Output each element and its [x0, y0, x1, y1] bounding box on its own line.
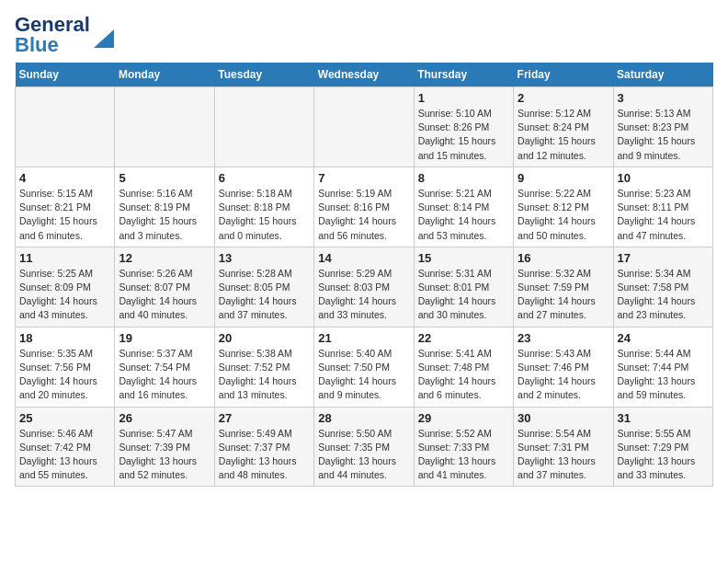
- cell-day-number: 3: [618, 91, 709, 105]
- cell-day-number: 5: [119, 171, 210, 185]
- calendar-cell: 12Sunrise: 5:26 AMSunset: 8:07 PMDayligh…: [115, 247, 214, 327]
- calendar-cell: 17Sunrise: 5:34 AMSunset: 7:58 PMDayligh…: [613, 247, 712, 327]
- cell-day-number: 9: [518, 171, 609, 185]
- logo: GeneralBlue: [15, 15, 114, 55]
- cell-info-text: Sunrise: 5:16 AMSunset: 8:19 PMDaylight:…: [119, 187, 210, 243]
- cell-info-text: Sunrise: 5:54 AMSunset: 7:31 PMDaylight:…: [518, 427, 609, 483]
- cell-day-number: 4: [19, 171, 110, 185]
- cell-day-number: 30: [518, 411, 609, 425]
- cell-day-number: 19: [119, 331, 210, 345]
- calendar-cell: 5Sunrise: 5:16 AMSunset: 8:19 PMDaylight…: [115, 167, 214, 247]
- calendar-cell: 3Sunrise: 5:13 AMSunset: 8:23 PMDaylight…: [613, 87, 712, 167]
- calendar-cell: [314, 87, 414, 167]
- week-row-2: 4Sunrise: 5:15 AMSunset: 8:21 PMDaylight…: [16, 167, 713, 247]
- calendar-cell: 7Sunrise: 5:19 AMSunset: 8:16 PMDaylight…: [314, 167, 414, 247]
- cell-day-number: 10: [618, 171, 709, 185]
- cell-info-text: Sunrise: 5:52 AMSunset: 7:33 PMDaylight:…: [418, 427, 509, 483]
- cell-info-text: Sunrise: 5:50 AMSunset: 7:35 PMDaylight:…: [318, 427, 409, 483]
- cell-day-number: 28: [318, 411, 409, 425]
- cell-day-number: 11: [19, 251, 110, 265]
- logo-text: GeneralBlue: [15, 15, 90, 55]
- cell-info-text: Sunrise: 5:49 AMSunset: 7:37 PMDaylight:…: [219, 427, 310, 483]
- cell-info-text: Sunrise: 5:12 AMSunset: 8:24 PMDaylight:…: [518, 107, 609, 163]
- weekday-header-monday: Monday: [115, 63, 214, 87]
- cell-info-text: Sunrise: 5:28 AMSunset: 8:05 PMDaylight:…: [219, 267, 310, 323]
- cell-info-text: Sunrise: 5:37 AMSunset: 7:54 PMDaylight:…: [119, 347, 210, 403]
- cell-info-text: Sunrise: 5:35 AMSunset: 7:56 PMDaylight:…: [19, 347, 110, 403]
- calendar-cell: 20Sunrise: 5:38 AMSunset: 7:52 PMDayligh…: [214, 327, 313, 407]
- cell-day-number: 20: [219, 331, 310, 345]
- cell-day-number: 7: [318, 171, 409, 185]
- cell-day-number: 1: [418, 91, 509, 105]
- week-row-3: 11Sunrise: 5:25 AMSunset: 8:09 PMDayligh…: [16, 247, 713, 327]
- logo-arrow-icon: [94, 29, 114, 48]
- cell-day-number: 22: [418, 331, 509, 345]
- cell-day-number: 18: [19, 331, 110, 345]
- calendar-cell: 2Sunrise: 5:12 AMSunset: 8:24 PMDaylight…: [514, 87, 613, 167]
- cell-info-text: Sunrise: 5:29 AMSunset: 8:03 PMDaylight:…: [318, 267, 409, 323]
- calendar-cell: 11Sunrise: 5:25 AMSunset: 8:09 PMDayligh…: [16, 247, 115, 327]
- cell-day-number: 15: [418, 251, 509, 265]
- calendar-cell: [115, 87, 214, 167]
- cell-day-number: 29: [418, 411, 509, 425]
- calendar-cell: 26Sunrise: 5:47 AMSunset: 7:39 PMDayligh…: [115, 407, 214, 487]
- calendar-cell: 30Sunrise: 5:54 AMSunset: 7:31 PMDayligh…: [514, 407, 613, 487]
- calendar-cell: 1Sunrise: 5:10 AMSunset: 8:26 PMDaylight…: [414, 87, 513, 167]
- cell-info-text: Sunrise: 5:21 AMSunset: 8:14 PMDaylight:…: [418, 187, 509, 243]
- calendar-cell: 24Sunrise: 5:44 AMSunset: 7:44 PMDayligh…: [613, 327, 712, 407]
- cell-info-text: Sunrise: 5:25 AMSunset: 8:09 PMDaylight:…: [19, 267, 110, 323]
- weekday-header-tuesday: Tuesday: [214, 63, 313, 87]
- cell-day-number: 2: [518, 91, 609, 105]
- calendar-cell: 10Sunrise: 5:23 AMSunset: 8:11 PMDayligh…: [613, 167, 712, 247]
- cell-day-number: 16: [518, 251, 609, 265]
- cell-day-number: 25: [19, 411, 110, 425]
- calendar-cell: 25Sunrise: 5:46 AMSunset: 7:42 PMDayligh…: [16, 407, 115, 487]
- calendar-cell: 31Sunrise: 5:55 AMSunset: 7:29 PMDayligh…: [613, 407, 712, 487]
- calendar-cell: 27Sunrise: 5:49 AMSunset: 7:37 PMDayligh…: [214, 407, 313, 487]
- weekday-header-sunday: Sunday: [16, 63, 115, 87]
- cell-day-number: 24: [618, 331, 709, 345]
- cell-day-number: 21: [318, 331, 409, 345]
- cell-day-number: 17: [618, 251, 709, 265]
- weekday-header-saturday: Saturday: [613, 63, 712, 87]
- cell-info-text: Sunrise: 5:55 AMSunset: 7:29 PMDaylight:…: [618, 427, 709, 483]
- week-row-4: 18Sunrise: 5:35 AMSunset: 7:56 PMDayligh…: [16, 327, 713, 407]
- calendar-cell: 15Sunrise: 5:31 AMSunset: 8:01 PMDayligh…: [414, 247, 513, 327]
- cell-info-text: Sunrise: 5:38 AMSunset: 7:52 PMDaylight:…: [219, 347, 310, 403]
- week-row-1: 1Sunrise: 5:10 AMSunset: 8:26 PMDaylight…: [16, 87, 713, 167]
- cell-info-text: Sunrise: 5:32 AMSunset: 7:59 PMDaylight:…: [518, 267, 609, 323]
- cell-info-text: Sunrise: 5:19 AMSunset: 8:16 PMDaylight:…: [318, 187, 409, 243]
- cell-day-number: 6: [219, 171, 310, 185]
- calendar-cell: 16Sunrise: 5:32 AMSunset: 7:59 PMDayligh…: [514, 247, 613, 327]
- cell-info-text: Sunrise: 5:15 AMSunset: 8:21 PMDaylight:…: [19, 187, 110, 243]
- cell-info-text: Sunrise: 5:41 AMSunset: 7:48 PMDaylight:…: [418, 347, 509, 403]
- calendar-cell: 29Sunrise: 5:52 AMSunset: 7:33 PMDayligh…: [414, 407, 513, 487]
- calendar-table: SundayMondayTuesdayWednesdayThursdayFrid…: [15, 63, 713, 487]
- cell-day-number: 14: [318, 251, 409, 265]
- calendar-cell: 19Sunrise: 5:37 AMSunset: 7:54 PMDayligh…: [115, 327, 214, 407]
- cell-day-number: 23: [518, 331, 609, 345]
- week-row-5: 25Sunrise: 5:46 AMSunset: 7:42 PMDayligh…: [16, 407, 713, 487]
- cell-info-text: Sunrise: 5:43 AMSunset: 7:46 PMDaylight:…: [518, 347, 609, 403]
- weekday-header-friday: Friday: [514, 63, 613, 87]
- calendar-cell: 4Sunrise: 5:15 AMSunset: 8:21 PMDaylight…: [16, 167, 115, 247]
- cell-info-text: Sunrise: 5:26 AMSunset: 8:07 PMDaylight:…: [119, 267, 210, 323]
- calendar-cell: 9Sunrise: 5:22 AMSunset: 8:12 PMDaylight…: [514, 167, 613, 247]
- cell-info-text: Sunrise: 5:10 AMSunset: 8:26 PMDaylight:…: [418, 107, 509, 163]
- cell-info-text: Sunrise: 5:23 AMSunset: 8:11 PMDaylight:…: [618, 187, 709, 243]
- cell-info-text: Sunrise: 5:46 AMSunset: 7:42 PMDaylight:…: [19, 427, 110, 483]
- weekday-header-thursday: Thursday: [414, 63, 513, 87]
- cell-info-text: Sunrise: 5:31 AMSunset: 8:01 PMDaylight:…: [418, 267, 509, 323]
- page-header: GeneralBlue: [15, 15, 713, 55]
- calendar-cell: 23Sunrise: 5:43 AMSunset: 7:46 PMDayligh…: [514, 327, 613, 407]
- calendar-cell: 6Sunrise: 5:18 AMSunset: 8:18 PMDaylight…: [214, 167, 313, 247]
- cell-info-text: Sunrise: 5:40 AMSunset: 7:50 PMDaylight:…: [318, 347, 409, 403]
- cell-day-number: 12: [119, 251, 210, 265]
- calendar-cell: 22Sunrise: 5:41 AMSunset: 7:48 PMDayligh…: [414, 327, 513, 407]
- cell-info-text: Sunrise: 5:44 AMSunset: 7:44 PMDaylight:…: [618, 347, 709, 403]
- cell-info-text: Sunrise: 5:34 AMSunset: 7:58 PMDaylight:…: [618, 267, 709, 323]
- weekday-header-wednesday: Wednesday: [314, 63, 414, 87]
- svg-marker-0: [94, 29, 114, 48]
- cell-day-number: 26: [119, 411, 210, 425]
- cell-day-number: 27: [219, 411, 310, 425]
